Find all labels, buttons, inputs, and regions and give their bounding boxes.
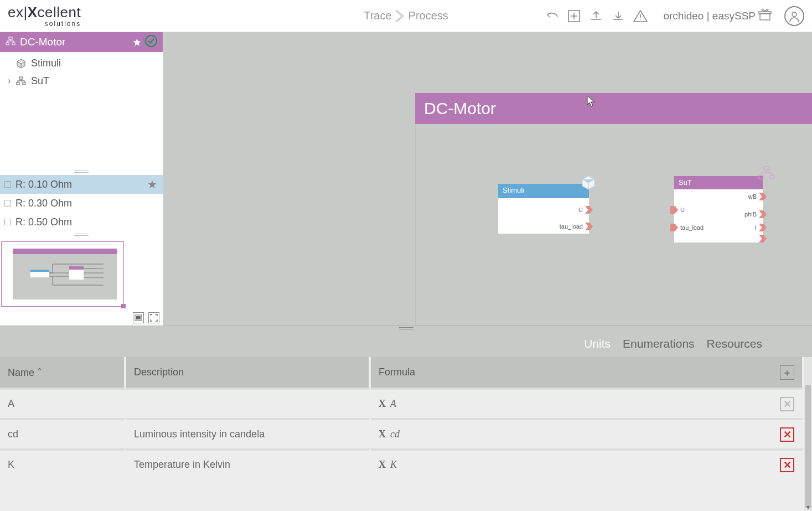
port-out[interactable]: wB (748, 193, 767, 200)
variant-label: R: 0.10 Ohm (15, 179, 147, 190)
cell-desc[interactable] (126, 388, 371, 418)
delete-button[interactable]: ✕ (780, 427, 794, 442)
pane-resize-handle[interactable] (0, 326, 812, 331)
cell-desc[interactable]: Temperature in Kelvin (126, 448, 371, 479)
block-title: SuT (674, 176, 763, 189)
tree-item-label: SuT (31, 75, 49, 87)
structure-icon (758, 166, 775, 182)
port-out[interactable]: I (755, 224, 767, 231)
pane-resize-handle[interactable] (0, 168, 163, 175)
checkbox-icon[interactable] (4, 181, 11, 188)
checkbox-icon[interactable] (4, 219, 11, 225)
svg-rect-4 (9, 37, 12, 39)
canvas[interactable]: DC-Motor Stimuli U tau_load SuT U tau_lo… (163, 32, 812, 326)
port-out[interactable] (759, 235, 767, 242)
chevron-right-icon (395, 9, 405, 23)
svg-rect-24 (759, 176, 763, 179)
toolbar: orchideo | easySSP (545, 6, 804, 26)
undo-icon[interactable] (545, 9, 559, 23)
system-title: DC-Motor (415, 93, 812, 124)
port-in[interactable]: U (670, 206, 685, 214)
breadcrumb: Trace Process (360, 9, 452, 23)
chevron-down-icon[interactable]: ▼ (804, 503, 812, 511)
cube-icon (15, 58, 27, 69)
crumb-process[interactable]: Process (405, 9, 452, 22)
logo: ex|Xcellent solutions (8, 5, 81, 27)
fit-width-icon[interactable] (133, 312, 144, 323)
svg-rect-6 (12, 43, 15, 45)
add-icon[interactable] (567, 9, 581, 23)
warning-icon[interactable] (633, 9, 648, 23)
svg-point-3 (792, 12, 797, 17)
cell-name[interactable]: A (0, 388, 126, 418)
sidebar-header[interactable]: DC-Motor ★ (0, 32, 163, 52)
port-out[interactable]: phiB (744, 210, 767, 218)
col-header-name[interactable]: Name ˄ (0, 357, 126, 388)
cell-desc[interactable]: Luminous intensity in candela (126, 418, 371, 448)
svg-rect-5 (6, 43, 9, 45)
svg-rect-18 (136, 316, 141, 319)
user-avatar[interactable] (784, 6, 804, 26)
col-header-desc[interactable]: Description (126, 357, 371, 388)
cell-formula[interactable]: Xcd ✕ (371, 418, 804, 448)
tab-units[interactable]: Units (584, 337, 611, 350)
delete-button[interactable]: ✕ (780, 458, 794, 472)
crumb-trace[interactable]: Trace (360, 9, 395, 22)
check-icon[interactable] (145, 35, 157, 50)
svg-rect-23 (764, 167, 769, 170)
cell-formula[interactable]: XA ✕ (371, 388, 804, 418)
tree-item-sut[interactable]: SuT (0, 72, 163, 90)
port-out[interactable]: tau_load (560, 223, 593, 230)
tree-item-label: Stimuli (31, 58, 61, 69)
sut-block[interactable]: SuT U tau_load wB phiB I (674, 176, 763, 242)
download-icon[interactable] (611, 9, 625, 23)
tree-item-stimuli[interactable]: Stimuli (0, 54, 163, 72)
pane-resize-handle[interactable] (0, 231, 163, 238)
fullscreen-icon[interactable] (148, 312, 159, 323)
cell-formula[interactable]: XK ✕ (371, 448, 804, 479)
variant-label: R: 0.30 Ohm (15, 198, 157, 209)
view-controls (0, 310, 163, 326)
scrollbar[interactable]: ▼ (804, 357, 812, 511)
add-row-button[interactable]: ＋ (780, 365, 794, 380)
topbar: ex|Xcellent solutions Trace Process orch… (0, 0, 812, 32)
tree: Stimuli SuT (0, 52, 163, 92)
variant-item[interactable]: R: 0.50 Ohm (0, 213, 163, 231)
variant-item[interactable]: R: 0.30 Ohm (0, 194, 163, 213)
checkbox-icon[interactable] (4, 200, 11, 207)
units-table: Name ˄ Description Formula ＋ A XA ✕ cd L… (0, 357, 804, 511)
port-in[interactable]: tau_load (670, 224, 704, 231)
tab-row: Units Enumerations Resources (0, 331, 812, 357)
variant-label: R: 0.50 Ohm (15, 216, 157, 228)
sidebar-title: DC-Motor (20, 36, 65, 48)
gift-icon[interactable] (758, 8, 772, 24)
brand-label: orchideo | easySSP (663, 8, 772, 24)
resize-handle-icon[interactable] (121, 304, 126, 308)
stimuli-block[interactable]: Stimuli U tau_load (498, 184, 589, 234)
star-icon[interactable]: ★ (147, 178, 157, 191)
port-out[interactable]: U (578, 206, 593, 214)
cell-name[interactable]: K (0, 448, 126, 479)
bottom-panel: Units Enumerations Resources Name ˄ Desc… (0, 326, 812, 511)
star-icon[interactable]: ★ (132, 36, 142, 49)
tab-enumerations[interactable]: Enumerations (623, 337, 695, 350)
block-title: Stimuli (498, 184, 589, 198)
svg-rect-1 (760, 13, 770, 20)
structure-icon (15, 75, 27, 86)
minimap[interactable] (1, 241, 124, 307)
delete-button: ✕ (780, 397, 794, 411)
variant-item[interactable]: R: 0.10 Ohm ★ (0, 175, 163, 194)
sidebar: DC-Motor ★ Stimuli SuT R: 0.10 Ohm ★ (0, 32, 163, 326)
system-block[interactable]: DC-Motor Stimuli U tau_load SuT U tau_lo… (415, 93, 812, 326)
upload-icon[interactable] (589, 9, 603, 23)
svg-rect-8 (19, 77, 23, 79)
svg-rect-9 (17, 82, 19, 85)
svg-point-7 (146, 35, 157, 47)
structure-icon (6, 36, 15, 48)
cell-name[interactable]: cd (0, 418, 126, 448)
svg-rect-2 (759, 12, 771, 14)
svg-rect-25 (770, 176, 774, 179)
col-header-formula[interactable]: Formula ＋ (371, 357, 804, 388)
variant-list: R: 0.10 Ohm ★ R: 0.30 Ohm R: 0.50 Ohm (0, 175, 163, 231)
tab-resources[interactable]: Resources (707, 337, 762, 350)
